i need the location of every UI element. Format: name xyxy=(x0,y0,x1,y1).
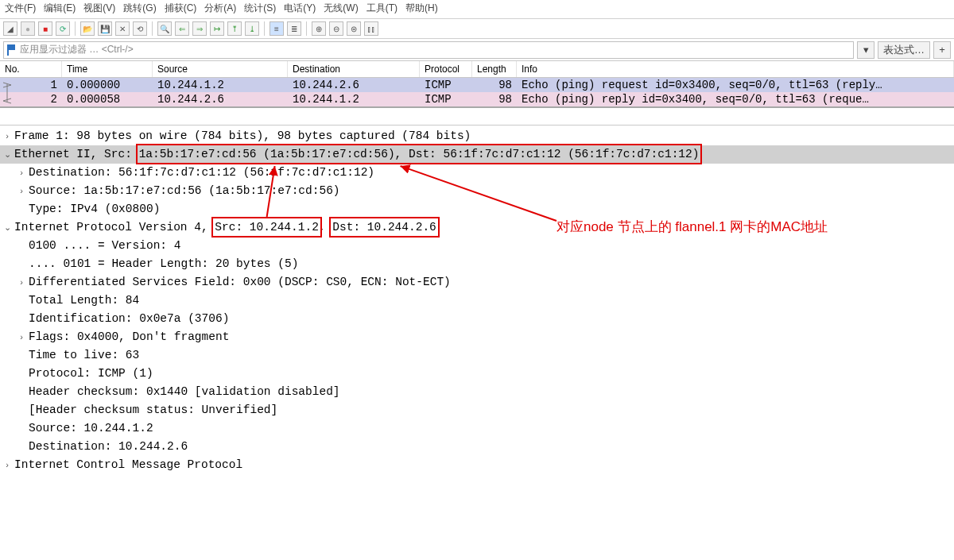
tree-ip-dst: Dst: 10.244.2.6 xyxy=(332,218,436,237)
tree-eth-dst[interactable]: › Destination: 56:1f:7c:d7:c1:12 (56:1f:… xyxy=(0,164,954,182)
tree-frame[interactable]: › Frame 1: 98 bytes on wire (784 bits), … xyxy=(0,127,954,145)
tree-ip-flags[interactable]: ›Flags: 0x4000, Don't fragment xyxy=(0,328,954,346)
expression-button[interactable]: 表达式… xyxy=(878,41,930,59)
expand-icon[interactable]: › xyxy=(14,273,29,292)
toolbar-separator xyxy=(264,21,265,36)
related-packets-marker xyxy=(0,78,14,108)
tree-ip-hchk-status[interactable]: [Header checksum status: Unverified] xyxy=(0,401,954,419)
label: Identification: 0x0e7a (3706) xyxy=(29,310,229,328)
menu-tools[interactable]: 工具(T) xyxy=(366,2,398,15)
main-toolbar: ◢ ● ■ ⟳ 📂 💾 ✕ ⟲ 🔍 ⇐ ⇒ ↦ ⤒ ⤓ ≡ ≣ ⊕ ⊖ ⊜ ⫿⫿ xyxy=(0,18,954,39)
tree-eth-type-label: Type: IPv4 (0x0800) xyxy=(29,200,160,218)
menu-wireless[interactable]: 无线(W) xyxy=(324,2,358,15)
zoom-reset-icon[interactable]: ⊜ xyxy=(347,21,361,36)
cell-info: Echo (ping) request id=0x3400, seq=0/0, … xyxy=(517,78,954,92)
col-proto[interactable]: Protocol xyxy=(420,61,472,77)
tree-ip-proto[interactable]: Protocol: ICMP (1) xyxy=(0,365,954,383)
expand-icon[interactable]: › xyxy=(0,456,14,474)
label: Differentiated Services Field: 0x00 (DSC… xyxy=(29,273,451,292)
tree-ip-src: Src: 10.244.1.2 xyxy=(215,218,319,237)
cell-time: 0.000000 xyxy=(62,78,153,92)
stop-capture-icon[interactable]: ■ xyxy=(38,21,52,36)
go-first-icon[interactable]: ⤒ xyxy=(227,21,242,36)
tree-ip-id[interactable]: Identification: 0x0e7a (3706) xyxy=(0,310,954,328)
cell-source: 10.244.2.6 xyxy=(153,92,288,106)
cell-dest: 10.244.1.2 xyxy=(288,92,420,106)
interfaces-icon[interactable]: ◢ xyxy=(3,21,17,36)
menu-file[interactable]: 文件(F) xyxy=(5,2,36,15)
menu-view[interactable]: 视图(V) xyxy=(83,2,115,15)
label: Source: 10.244.1.2 xyxy=(29,419,153,438)
packet-row[interactable]: 2 0.000058 10.244.2.6 10.244.1.2 ICMP 98… xyxy=(0,92,954,106)
label: Time to live: 63 xyxy=(29,346,139,365)
find-packet-icon[interactable]: 🔍 xyxy=(157,21,172,36)
tree-eth-type[interactable]: Type: IPv4 (0x0800) xyxy=(0,200,954,218)
label: Destination: 10.244.2.6 xyxy=(29,438,188,456)
label: Protocol: ICMP (1) xyxy=(29,365,153,383)
go-last-icon[interactable]: ⤓ xyxy=(245,21,259,36)
tree-ip-ttl[interactable]: Time to live: 63 xyxy=(0,346,954,365)
restart-capture-icon[interactable]: ⟳ xyxy=(56,21,70,36)
zoom-out-icon[interactable]: ⊖ xyxy=(329,21,343,36)
tree-eth-src[interactable]: › Source: 1a:5b:17:e7:cd:56 (1a:5b:17:e7… xyxy=(0,182,954,200)
menu-help[interactable]: 帮助(H) xyxy=(405,2,438,15)
bookmark-icon[interactable] xyxy=(7,44,17,56)
auto-scroll-icon[interactable]: ≡ xyxy=(270,21,284,36)
label: Flags: 0x4000, Don't fragment xyxy=(29,328,229,346)
go-back-icon[interactable]: ⇐ xyxy=(175,21,189,36)
display-filter-placeholder: 应用显示过滤器 … <Ctrl-/> xyxy=(20,43,134,56)
tree-ip-hchk[interactable]: Header checksum: 0x1440 [validation disa… xyxy=(0,383,954,401)
display-filter-bar: 应用显示过滤器 … <Ctrl-/> ▾ 表达式… + xyxy=(0,39,954,61)
close-file-icon[interactable]: ✕ xyxy=(115,21,130,36)
tree-ethernet[interactable]: ⌄ Ethernet II, Src: 1a:5b:17:e7:cd:56 (1… xyxy=(0,145,954,164)
menu-edit[interactable]: 编辑(E) xyxy=(44,2,76,15)
tree-ip-hlen[interactable]: .... 0101 = Header Length: 20 bytes (5) xyxy=(0,255,954,273)
col-length[interactable]: Length xyxy=(472,61,517,77)
go-forward-icon[interactable]: ⇒ xyxy=(192,21,207,36)
reload-icon[interactable]: ⟲ xyxy=(133,21,147,36)
menu-bar: 文件(F) 编辑(E) 视图(V) 跳转(G) 捕获(C) 分析(A) 统计(S… xyxy=(0,0,954,18)
zoom-in-icon[interactable]: ⊕ xyxy=(312,21,326,36)
display-filter-input[interactable]: 应用显示过滤器 … <Ctrl-/> xyxy=(3,41,854,59)
menu-goto[interactable]: 跳转(G) xyxy=(123,2,156,15)
menu-analyze[interactable]: 分析(A) xyxy=(204,2,236,15)
packet-row[interactable]: 1 0.000000 10.244.1.2 10.244.2.6 ICMP 98… xyxy=(0,78,954,92)
expand-icon[interactable]: › xyxy=(0,127,14,145)
tree-ip-tlen[interactable]: Total Length: 84 xyxy=(0,292,954,310)
collapse-icon[interactable]: ⌄ xyxy=(0,218,14,237)
tree-ip-src-field[interactable]: Source: 10.244.1.2 xyxy=(0,419,954,438)
expand-icon[interactable]: › xyxy=(14,164,29,182)
jump-icon[interactable]: ↦ xyxy=(210,21,224,36)
col-dest[interactable]: Destination xyxy=(288,61,420,77)
tree-eth-dst-label: Destination: 56:1f:7c:d7:c1:12 (56:1f:7c… xyxy=(29,164,374,182)
resize-columns-icon[interactable]: ⫿⫿ xyxy=(364,21,378,36)
tree-icmp[interactable]: › Internet Control Message Protocol xyxy=(0,456,954,474)
filter-dropdown-icon[interactable]: ▾ xyxy=(857,41,874,59)
open-file-icon[interactable]: 📂 xyxy=(80,21,95,36)
label: Header checksum: 0x1440 [validation disa… xyxy=(29,383,340,401)
tree-ip-dst-field[interactable]: Destination: 10.244.2.6 xyxy=(0,438,954,456)
tree-ipv4[interactable]: ⌄ Internet Protocol Version 4, Src: 10.2… xyxy=(0,218,954,237)
col-source[interactable]: Source xyxy=(153,61,288,77)
tree-ip-version[interactable]: 0100 .... = Version: 4 xyxy=(0,237,954,255)
save-file-icon[interactable]: 💾 xyxy=(98,21,112,36)
pane-splitter[interactable] xyxy=(0,108,954,126)
col-no[interactable]: No. xyxy=(0,61,62,77)
expand-icon[interactable]: › xyxy=(14,328,29,346)
start-capture-icon[interactable]: ● xyxy=(21,21,35,36)
colorize-icon[interactable]: ≣ xyxy=(287,21,301,36)
col-info[interactable]: Info xyxy=(517,61,954,77)
packet-list-header[interactable]: No. Time Source Destination Protocol Len… xyxy=(0,61,954,78)
cell-proto: ICMP xyxy=(420,92,472,106)
col-time[interactable]: Time xyxy=(62,61,153,77)
tree-ip-prefix: Internet Protocol Version 4, xyxy=(14,218,215,237)
add-filter-button[interactable]: + xyxy=(933,41,951,59)
collapse-icon[interactable]: ⌄ xyxy=(0,145,14,164)
label: .... 0101 = Header Length: 20 bytes (5) xyxy=(29,255,298,273)
tree-eth-prefix: Ethernet II, Src: xyxy=(14,145,139,164)
menu-capture[interactable]: 捕获(C) xyxy=(165,2,197,15)
menu-telephony[interactable]: 电话(Y) xyxy=(284,2,316,15)
menu-stats[interactable]: 统计(S) xyxy=(244,2,276,15)
expand-icon[interactable]: › xyxy=(14,182,29,200)
tree-ip-dsf[interactable]: ›Differentiated Services Field: 0x00 (DS… xyxy=(0,273,954,292)
